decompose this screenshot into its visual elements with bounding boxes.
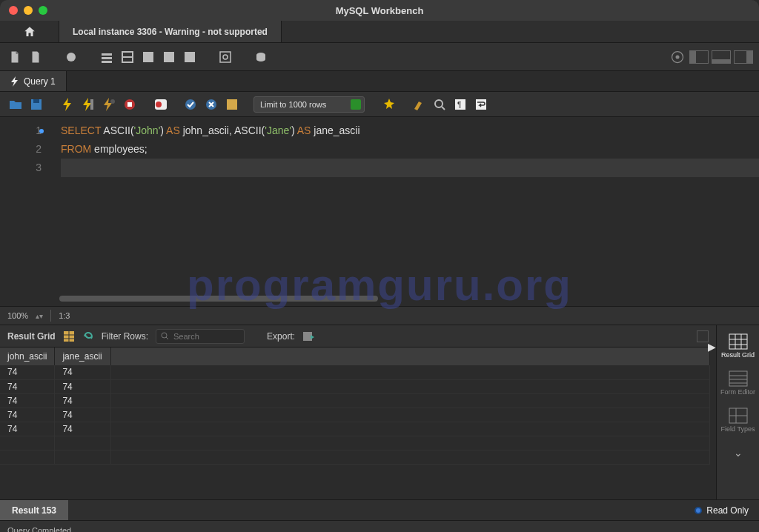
toggle-left-panel-button[interactable] <box>689 50 709 64</box>
result-tab[interactable]: Result 153 <box>0 500 68 520</box>
results-side-tabs: Result Grid Form Editor Field Types ⌄ <box>716 325 759 499</box>
grid-icon <box>728 333 749 350</box>
table-row[interactable]: 7474 <box>0 408 710 422</box>
open-file-button[interactable] <box>7 96 24 113</box>
side-tab-label: Form Editor <box>720 389 755 396</box>
find-button[interactable] <box>411 96 427 113</box>
search-icon <box>161 332 169 340</box>
execute-current-button[interactable] <box>80 96 96 113</box>
column-header[interactable]: john_ascii <box>0 348 55 365</box>
table-row <box>0 436 710 450</box>
inspector-button[interactable] <box>62 48 80 66</box>
side-tab-result-grid[interactable]: Result Grid <box>720 328 756 364</box>
open-sql-file-button[interactable] <box>27 48 44 66</box>
column-header[interactable]: jane_ascii <box>55 348 111 365</box>
svg-text:¶: ¶ <box>457 101 461 109</box>
search-table-data-button[interactable] <box>216 48 234 66</box>
limit-rows-label: Limit to 1000 rows <box>260 100 326 109</box>
svg-rect-42 <box>729 371 747 386</box>
main-toolbar <box>0 43 759 71</box>
filter-search-input[interactable]: Search <box>156 329 245 344</box>
svg-point-0 <box>67 53 76 61</box>
new-sql-file-button[interactable] <box>6 48 24 66</box>
table-row[interactable]: 7474 <box>0 422 710 436</box>
refresh-icon[interactable] <box>82 330 94 342</box>
side-tab-label: Result Grid <box>721 352 755 359</box>
side-tab-field-types[interactable]: Field Types <box>720 402 756 438</box>
editor-horizontal-scrollbar[interactable] <box>59 296 378 302</box>
code-area[interactable]: SELECT ASCII('John') AS john_ascii, ASCI… <box>52 117 759 306</box>
zoom-stepper-icon[interactable]: ▴▾ <box>36 312 43 320</box>
editor-status-row: 100% ▴▾ 1:3 <box>0 306 759 325</box>
toggle-right-panel-button[interactable] <box>734 50 753 64</box>
new-function-button[interactable] <box>181 48 199 66</box>
search-placeholder: Search <box>173 332 199 341</box>
table-row[interactable]: 7474 <box>0 365 710 379</box>
svg-rect-9 <box>220 52 231 62</box>
cursor-position: 1:3 <box>59 311 70 320</box>
expand-arrow-icon[interactable]: ▶ <box>708 341 716 353</box>
result-grid-icon[interactable] <box>63 330 75 342</box>
table-row[interactable]: 7474 <box>0 379 710 393</box>
new-procedure-button[interactable] <box>160 48 178 66</box>
beautify-button[interactable] <box>381 96 397 113</box>
result-grid-label: Result Grid <box>7 331 56 342</box>
toggle-limit-button[interactable] <box>224 96 240 113</box>
side-tab-form-editor[interactable]: Form Editor <box>720 365 756 401</box>
svg-rect-16 <box>90 99 93 110</box>
svg-point-25 <box>435 100 443 107</box>
svg-rect-6 <box>143 52 153 62</box>
new-schema-button[interactable] <box>98 48 116 66</box>
stop-button[interactable] <box>122 96 138 113</box>
svg-rect-8 <box>185 52 195 62</box>
side-tab-more[interactable]: ⌄ <box>720 439 756 466</box>
new-view-button[interactable] <box>139 48 157 66</box>
results-panel: Result Grid Filter Rows: Search Export: … <box>0 325 759 499</box>
form-icon <box>728 370 749 388</box>
wrap-button[interactable] <box>473 96 489 113</box>
limit-rows-select[interactable]: Limit to 1000 rows <box>253 96 365 113</box>
status-bar: Query Completed <box>0 520 759 532</box>
column-header-empty <box>111 348 710 365</box>
search-icon-button[interactable] <box>431 96 448 113</box>
svg-line-35 <box>166 337 168 339</box>
svg-point-10 <box>223 55 228 59</box>
sql-editor[interactable]: 1 2 3 SELECT ASCII('John') AS john_ascii… <box>0 117 759 306</box>
toggle-autocommit-button[interactable] <box>153 96 169 113</box>
execute-button[interactable] <box>59 96 76 113</box>
zoom-level[interactable]: 100% <box>7 311 28 320</box>
toggle-invisible-button[interactable]: ¶ <box>452 96 468 113</box>
svg-rect-19 <box>127 102 132 107</box>
home-icon <box>23 25 36 39</box>
svg-rect-15 <box>33 99 39 103</box>
home-tab[interactable] <box>0 21 59 42</box>
titlebar: MySQL Workbench <box>0 0 759 21</box>
export-button[interactable] <box>302 330 316 342</box>
window-title: MySQL Workbench <box>0 5 759 16</box>
table-row[interactable]: 7474 <box>0 393 710 408</box>
new-table-button[interactable] <box>119 48 136 66</box>
toggle-bottom-panel-button[interactable] <box>712 50 731 64</box>
settings-button[interactable] <box>669 48 686 66</box>
maximize-results-button[interactable] <box>697 330 709 342</box>
commit-button[interactable] <box>182 96 199 113</box>
connection-tab[interactable]: Local instance 3306 - Warning - not supp… <box>59 21 282 42</box>
readonly-indicator: Read Only <box>684 505 759 516</box>
editor-toolbar: Limit to 1000 rows ¶ <box>0 92 759 117</box>
svg-rect-24 <box>227 99 237 110</box>
results-table[interactable]: john_ascii jane_ascii 7474 7474 7474 747… <box>0 348 710 499</box>
filter-rows-label: Filter Rows: <box>102 331 148 342</box>
chevron-down-icon: ⌄ <box>728 444 749 462</box>
svg-point-17 <box>110 99 115 104</box>
table-row <box>0 450 710 464</box>
rollback-button[interactable] <box>203 96 219 113</box>
explain-button[interactable] <box>101 96 117 113</box>
query-tab[interactable]: Query 1 <box>0 71 67 91</box>
result-tab-row: Result 153 Read Only <box>0 499 759 520</box>
side-tab-label: Field Types <box>721 426 755 433</box>
query-tabs: Query 1 <box>0 71 759 92</box>
save-file-button[interactable] <box>28 96 44 113</box>
types-icon <box>728 407 749 425</box>
svg-line-26 <box>442 107 445 110</box>
reconnect-button[interactable] <box>252 48 270 66</box>
